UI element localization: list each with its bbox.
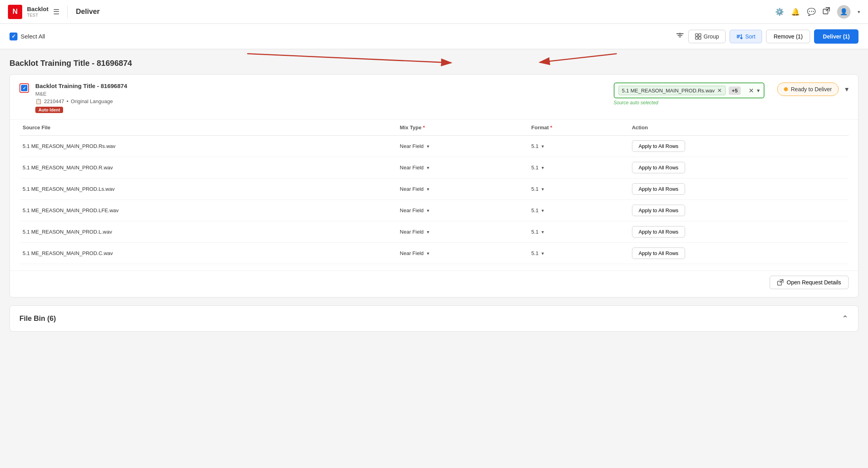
auto-ident-tag: Auto Ident xyxy=(35,107,63,113)
top-nav: N Backlot TEST ☰ Deliver ⚙️ 🔔 💬 👤 ▾ xyxy=(0,0,868,24)
open-request-label: Open Request Details xyxy=(787,279,841,286)
mix-type-chevron-2[interactable]: ▾ xyxy=(427,186,429,192)
source-chevron-icon[interactable]: ▾ xyxy=(757,87,760,94)
card-header: Backlot Training Title - 81696874 M&E 📋 … xyxy=(10,75,858,120)
format-value-3: 5.1 xyxy=(531,207,538,213)
cell-format-0: 5.1 ▾ xyxy=(528,136,628,157)
table-wrap: Source File Mix Type * Format * Action 5… xyxy=(10,120,858,270)
format-value-0: 5.1 xyxy=(531,143,538,149)
mix-type-value-4: Near Field xyxy=(400,229,424,235)
apply-all-rows-button-5[interactable]: Apply to All Rows xyxy=(632,247,685,259)
cell-source-5: 5.1 ME_REASON_MAIN_PROD.C.wav xyxy=(19,243,397,264)
card-expand-icon[interactable]: ▾ xyxy=(845,85,849,94)
remove-button[interactable]: Remove (1) xyxy=(766,30,810,43)
select-all-label: Select All xyxy=(21,33,45,40)
cell-source-4: 5.1 ME_REASON_MAIN_PROD.L.wav xyxy=(19,221,397,243)
source-tag-close[interactable]: ✕ xyxy=(717,87,722,94)
cell-format-3: 5.1 ▾ xyxy=(528,200,628,221)
format-chevron-0[interactable]: ▾ xyxy=(542,144,544,149)
card-checkbox[interactable] xyxy=(21,85,27,91)
cell-mix-type-0: Near Field ▾ xyxy=(397,136,528,157)
table-row: 5.1 ME_REASON_MAIN_PROD.Rs.wav Near Fiel… xyxy=(19,136,849,157)
filter-icon[interactable] xyxy=(676,31,684,42)
mix-type-chevron-3[interactable]: ▾ xyxy=(427,208,429,213)
toolbar: Select All Group xyxy=(0,24,868,49)
cell-mix-type-5: Near Field ▾ xyxy=(397,243,528,264)
col-format: Format * xyxy=(528,120,628,136)
card-meta: 📋 2210447 • Original Language xyxy=(35,98,607,104)
col-source-file: Source File xyxy=(19,120,397,136)
cell-mix-type-4: Near Field ▾ xyxy=(397,221,528,243)
source-selector[interactable]: 5.1 ME_REASON_MAIN_PROD.Rs.wav ✕ +5 ✕ ▾ xyxy=(614,82,764,98)
card-calendar-id: 2210447 xyxy=(44,98,64,104)
mix-type-value-0: Near Field xyxy=(400,143,424,149)
mix-type-chevron-1[interactable]: ▾ xyxy=(427,165,429,171)
open-request-button[interactable]: Open Request Details xyxy=(770,276,849,289)
format-chevron-5[interactable]: ▾ xyxy=(542,251,544,256)
mix-type-chevron-5[interactable]: ▾ xyxy=(427,251,429,256)
group-label: Group xyxy=(704,33,719,40)
file-bin-expand-icon[interactable]: ⌃ xyxy=(842,314,849,323)
calendar-icon: 📋 xyxy=(35,98,42,104)
apply-all-rows-button-0[interactable]: Apply to All Rows xyxy=(632,140,685,152)
source-plus-badge[interactable]: +5 xyxy=(729,86,741,95)
card-language: Original Language xyxy=(71,98,113,104)
chat-icon[interactable]: 💬 xyxy=(807,8,816,16)
settings-icon[interactable]: ⚙️ xyxy=(775,8,784,16)
format-chevron-4[interactable]: ▾ xyxy=(542,229,544,235)
cell-action-0: Apply to All Rows xyxy=(629,136,849,157)
mix-type-value-5: Near Field xyxy=(400,250,424,256)
table-header: Source File Mix Type * Format * Action xyxy=(19,120,849,136)
format-chevron-1[interactable]: ▾ xyxy=(542,165,544,171)
external-link-icon[interactable] xyxy=(823,7,830,16)
bell-icon[interactable]: 🔔 xyxy=(791,8,800,16)
apply-all-rows-button-3[interactable]: Apply to All Rows xyxy=(632,205,685,216)
mix-type-required: * xyxy=(423,125,425,130)
svg-rect-5 xyxy=(695,34,698,36)
source-clear-icon[interactable]: ✕ xyxy=(749,87,754,94)
format-value-5: 5.1 xyxy=(531,250,538,256)
cell-action-2: Apply to All Rows xyxy=(629,178,849,200)
card-type: M&E xyxy=(35,91,607,97)
svg-rect-6 xyxy=(699,34,701,36)
apply-all-rows-button-1[interactable]: Apply to All Rows xyxy=(632,162,685,173)
cell-action-3: Apply to All Rows xyxy=(629,200,849,221)
status-dot xyxy=(784,87,788,91)
source-auto-label: Source auto selected xyxy=(614,100,764,105)
format-value-4: 5.1 xyxy=(531,229,538,235)
status-badge[interactable]: Ready to Deliver xyxy=(777,82,839,96)
delivery-card: Backlot Training Title - 81696874 M&E 📋 … xyxy=(10,74,858,297)
col-action: Action xyxy=(629,120,849,136)
cell-source-2: 5.1 ME_REASON_MAIN_PROD.Ls.wav xyxy=(19,178,397,200)
status-label: Ready to Deliver xyxy=(791,86,832,92)
cell-format-4: 5.1 ▾ xyxy=(528,221,628,243)
format-chevron-3[interactable]: ▾ xyxy=(542,208,544,213)
cell-mix-type-1: Near Field ▾ xyxy=(397,157,528,178)
card-checkbox-wrapper[interactable] xyxy=(19,83,29,93)
cell-source-3: 5.1 ME_REASON_MAIN_PROD.LFE.wav xyxy=(19,200,397,221)
main-content: Backlot Training Title - 81696874 Backlo… xyxy=(0,49,868,341)
cell-source-1: 5.1 ME_REASON_MAIN_PROD.R.wav xyxy=(19,157,397,178)
apply-all-rows-button-2[interactable]: Apply to All Rows xyxy=(632,183,685,195)
select-all-checkbox[interactable] xyxy=(10,33,17,40)
sort-label: Sort xyxy=(745,33,755,40)
nav-divider xyxy=(67,6,68,18)
format-value-1: 5.1 xyxy=(531,165,538,171)
toolbar-right: Group Sort Remove (1) Deliver (1) xyxy=(676,29,858,44)
toolbar-wrapper: Select All Group xyxy=(0,24,868,49)
menu-icon[interactable]: ☰ xyxy=(53,8,60,16)
mix-type-chevron-4[interactable]: ▾ xyxy=(427,229,429,235)
sort-button[interactable]: Sort xyxy=(730,30,762,43)
app-subtitle: TEST xyxy=(27,13,48,18)
table-row: 5.1 ME_REASON_MAIN_PROD.C.wav Near Field… xyxy=(19,243,849,264)
logo-badge: N xyxy=(8,5,22,19)
source-filename: 5.1 ME_REASON_MAIN_PROD.Rs.wav xyxy=(622,88,715,94)
deliver-button[interactable]: Deliver (1) xyxy=(814,29,858,44)
avatar-chevron[interactable]: ▾ xyxy=(858,9,860,15)
format-chevron-2[interactable]: ▾ xyxy=(542,186,544,192)
avatar[interactable]: 👤 xyxy=(837,5,851,19)
group-button[interactable]: Group xyxy=(688,30,726,43)
table-row: 5.1 ME_REASON_MAIN_PROD.R.wav Near Field… xyxy=(19,157,849,178)
mix-type-chevron-0[interactable]: ▾ xyxy=(427,144,429,149)
apply-all-rows-button-4[interactable]: Apply to All Rows xyxy=(632,226,685,238)
